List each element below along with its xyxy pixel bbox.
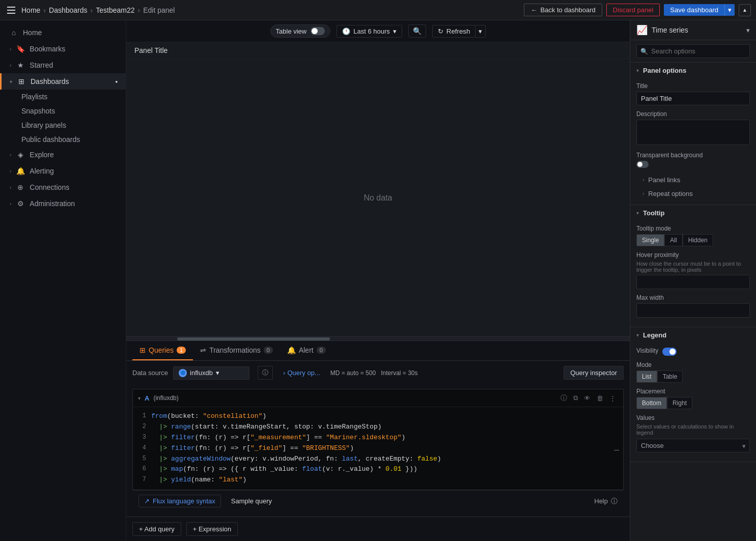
query-expand-arrow[interactable]: ▾ [138, 395, 141, 401]
query-duplicate-button[interactable]: ⧉ [571, 392, 580, 404]
tab-queries[interactable]: ⊞ Queries 1 [132, 341, 193, 360]
explore-icon: ◈ [16, 151, 24, 159]
breadcrumb: Home › Dashboards › Testbeam22 › Edit pa… [21, 6, 175, 14]
topbar: Home › Dashboards › Testbeam22 › Edit pa… [0, 0, 756, 20]
save-dropdown-button[interactable]: ▾ [724, 4, 735, 16]
repeat-options-item[interactable]: › Repeat options [636, 187, 750, 201]
sidebar-item-label: Home [23, 29, 42, 37]
query-inspector-button[interactable]: Query inspector [564, 366, 624, 380]
transparent-toggle[interactable] [636, 161, 649, 168]
sidebar: ⌂ Home › 🔖 Bookmarks › ★ Starred ▾ ⊞ Das… [0, 20, 126, 541]
query-op-button[interactable]: › Query op... [278, 367, 325, 379]
back-to-dashboard-button[interactable]: ← Back to dashboard [524, 4, 602, 16]
refresh-label: Refresh [446, 27, 470, 35]
breadcrumb-home[interactable]: Home [21, 6, 40, 14]
query-letter: A [145, 394, 149, 402]
sidebar-item-bookmarks[interactable]: › 🔖 Bookmarks [0, 41, 126, 57]
legend-values-select[interactable]: Choose [636, 439, 750, 452]
sidebar-item-connections[interactable]: › ⊕ Connections [0, 179, 126, 195]
zoom-out-button[interactable]: 🔍 [408, 24, 426, 38]
panel-options-header[interactable]: ▾ Panel options [630, 63, 756, 78]
title-field-input[interactable] [636, 92, 750, 105]
breadcrumb-testbeam[interactable]: Testbeam22 [96, 6, 134, 14]
right-panel: 📈 Time series ▾ 🔍 ▾ Panel options Title [630, 20, 756, 541]
topbar-actions: ← Back to dashboard Discard panel Save d… [524, 4, 751, 16]
refresh-button[interactable]: ↻ Refresh [432, 25, 476, 38]
max-width-input[interactable] [636, 303, 750, 318]
discard-panel-button[interactable]: Discard panel [606, 4, 660, 16]
scrollbar-thumb[interactable] [177, 337, 330, 340]
legend-mode-list[interactable]: List [636, 371, 657, 383]
zoom-out-icon: 🔍 [413, 27, 422, 35]
query-footer: ↗ Flux language syntax Sample query Help… [132, 490, 624, 511]
legend-section: ▾ Legend Visibility Mode List Table Plac… [630, 327, 756, 462]
legend-placement-right[interactable]: Right [667, 397, 692, 409]
query-help-button[interactable]: ⓘ [558, 392, 569, 404]
collapse-button[interactable]: ▲ [739, 4, 751, 16]
sidebar-item-label: Explore [30, 151, 53, 159]
description-field-input[interactable] [636, 120, 750, 145]
legend-header[interactable]: ▾ Legend [630, 327, 756, 343]
sidebar-item-home[interactable]: ⌂ Home [0, 24, 126, 41]
add-query-button[interactable]: + Add query [132, 522, 181, 536]
tab-alert[interactable]: 🔔 Alert 0 [280, 341, 333, 360]
sidebar-item-alerting[interactable]: › 🔔 Alerting [0, 163, 126, 179]
save-dashboard-button[interactable]: Save dashboard [664, 4, 724, 16]
legend-placement-buttons: Bottom Right [636, 397, 750, 409]
legend-mode-label: Mode [636, 361, 750, 368]
help-label: Help [594, 497, 608, 505]
legend-mode-table[interactable]: Table [657, 371, 683, 383]
panel-links-item[interactable]: › Panel links [636, 173, 750, 187]
sidebar-item-dashboards[interactable]: ▾ ⊞ Dashboards ▪ [0, 73, 126, 90]
save-button-group: Save dashboard ▾ [664, 4, 735, 16]
tooltip-header[interactable]: ▾ Tooltip [630, 205, 756, 221]
sidebar-item-administration[interactable]: › ⚙ Administration [0, 195, 126, 212]
hover-proximity-input[interactable] [636, 275, 750, 289]
time-picker[interactable]: 🕐 Last 6 hours ▾ [337, 25, 402, 38]
add-expression-button[interactable]: + Expression [186, 522, 238, 536]
tooltip-mode-hidden[interactable]: Hidden [683, 234, 713, 246]
search-options-input[interactable] [636, 44, 750, 58]
tooltip-mode-all[interactable]: All [664, 234, 682, 246]
flux-syntax-label: Flux language syntax [153, 497, 215, 505]
sidebar-sub-playlists[interactable]: Playlists [21, 90, 126, 104]
sidebar-sub-public-dashboards[interactable]: Public dashboards [21, 132, 126, 147]
menu-button[interactable] [5, 4, 17, 16]
legend-values-desc: Select values or calculations to show in… [636, 423, 750, 436]
code-editor[interactable]: 1 from(bucket: "constellation") 2 |> ran… [133, 407, 623, 490]
add-query-row: + Add query + Expression [126, 517, 630, 541]
query-delete-button[interactable]: 🗑 [595, 392, 605, 404]
query-more-button[interactable]: ⋮ [607, 392, 618, 404]
sidebar-item-starred[interactable]: › ★ Starred [0, 57, 126, 73]
repeat-options-chevron: › [642, 191, 644, 196]
code-line-1: 1 from(bucket: "constellation") [133, 411, 623, 422]
refresh-group: ↻ Refresh ▾ [432, 25, 486, 38]
tooltip-section: ▾ Tooltip Tooltip mode Single All Hidden… [630, 205, 756, 327]
legend-placement-bottom[interactable]: Bottom [636, 397, 667, 409]
sidebar-item-explore[interactable]: › ◈ Explore [0, 147, 126, 163]
query-hide-button[interactable]: 👁 [582, 392, 593, 404]
description-field-row: Description [636, 110, 750, 147]
sidebar-sub-snapshots[interactable]: Snapshots [21, 104, 126, 118]
legend-visibility-toggle[interactable] [662, 348, 677, 356]
datasource-help-button[interactable]: ⓘ [258, 366, 273, 380]
sample-query-button[interactable]: Sample query [226, 495, 277, 507]
panel-scrollbar[interactable] [126, 336, 630, 340]
tooltip-mode-single[interactable]: Single [636, 234, 664, 246]
sidebar-sub-library-panels[interactable]: Library panels [21, 118, 126, 132]
code-line-7: 7 |> yield(name: "last") [133, 475, 623, 486]
breadcrumb-dashboards[interactable]: Dashboards [49, 6, 88, 14]
panel-options-chevron: ▾ [636, 68, 639, 73]
help-button[interactable]: Help ⓘ [594, 497, 618, 506]
refresh-dropdown-button[interactable]: ▾ [475, 25, 486, 38]
viz-select[interactable]: 📈 Time series ▾ [630, 20, 756, 40]
tab-transformations[interactable]: ⇌ Transformations 0 [193, 341, 280, 360]
datasource-select[interactable]: 🔵 influxdb ▾ [173, 366, 249, 380]
query-meta-interval: Interval = 30s [381, 369, 417, 377]
panel-title-bar: Panel Title [126, 42, 630, 59]
table-view-toggle[interactable]: Table view [270, 24, 331, 38]
alert-icon: 🔔 [287, 346, 296, 354]
alert-label: Alert [299, 346, 314, 354]
table-view-switch[interactable] [311, 27, 325, 35]
flux-syntax-button[interactable]: ↗ Flux language syntax [138, 495, 221, 507]
